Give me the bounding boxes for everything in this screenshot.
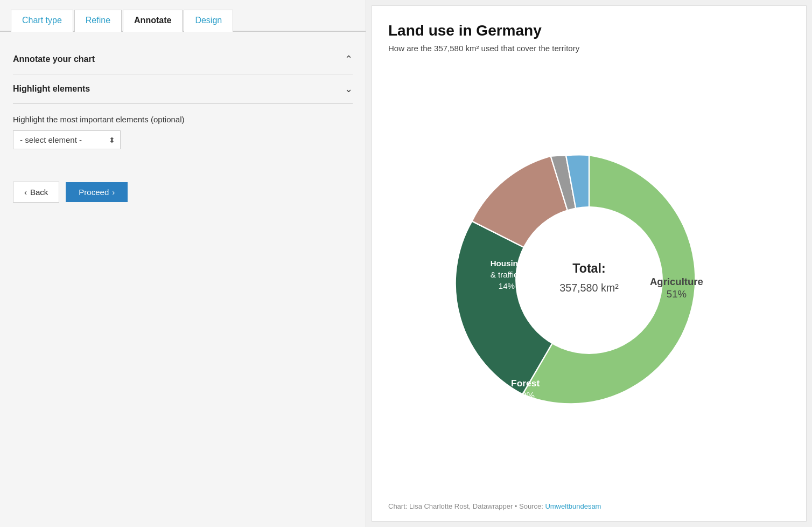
proceed-arrow-icon: › <box>112 188 115 197</box>
label-forest-pct: 30% <box>516 390 535 401</box>
chart-preview-panel: Land use in Germany How are the 357,580 … <box>372 5 807 522</box>
highlight-description: Highlight the most important elements (o… <box>13 115 353 124</box>
proceed-button[interactable]: Proceed › <box>66 182 128 202</box>
chart-title: Land use in Germany <box>388 22 790 39</box>
label-housing: Housing <box>491 259 523 268</box>
label-agriculture: Agriculture <box>650 276 703 287</box>
element-select-wrapper: - select element - Agriculture 51% Fores… <box>13 130 121 149</box>
tab-chart-type[interactable]: Chart type <box>11 10 73 32</box>
highlight-body: Highlight the most important elements (o… <box>13 104 353 149</box>
chart-footer-text: Chart: Lisa Charlotte Rost, Datawrapper … <box>388 502 545 510</box>
donut-hole <box>515 206 663 354</box>
chart-footer: Chart: Lisa Charlotte Rost, Datawrapper … <box>388 502 790 510</box>
back-arrow-icon: ‹ <box>24 188 27 197</box>
label-housing-2: & traffic <box>491 270 518 279</box>
proceed-button-label: Proceed <box>79 188 109 197</box>
center-value: 357,580 km² <box>559 282 619 294</box>
element-select[interactable]: - select element - Agriculture 51% Fores… <box>13 130 121 149</box>
center-label: Total: <box>572 261 605 275</box>
label-forest: Forest <box>511 378 540 389</box>
tabs-bar: Chart type Refine Annotate Design <box>0 0 366 32</box>
donut-chart: Total: 357,580 km² Agriculture 51% Fores… <box>433 124 745 436</box>
annotate-section-title: Annotate your chart <box>13 54 95 64</box>
annotate-chevron-icon: ⌃ <box>345 53 353 65</box>
chart-subtitle: How are the 357,580 km² used that cover … <box>388 44 790 53</box>
chart-footer-link[interactable]: Umweltbundesam <box>545 502 601 510</box>
chart-area: Total: 357,580 km² Agriculture 51% Fores… <box>388 64 790 497</box>
back-button[interactable]: ‹ Back <box>13 182 59 203</box>
highlight-chevron-icon: ⌄ <box>345 83 353 95</box>
tab-design[interactable]: Design <box>184 10 233 32</box>
button-row: ‹ Back Proceed › <box>13 182 353 203</box>
tab-annotate[interactable]: Annotate <box>123 10 183 32</box>
back-button-label: Back <box>30 188 48 197</box>
left-panel: Chart type Refine Annotate Design Annota… <box>0 0 366 527</box>
label-agriculture-pct: 51% <box>667 288 687 300</box>
label-housing-pct: 14% <box>499 281 515 290</box>
highlight-section: Highlight elements ⌄ Highlight the most … <box>13 74 353 149</box>
highlight-section-title: Highlight elements <box>13 84 90 94</box>
tab-refine[interactable]: Refine <box>74 10 122 32</box>
annotate-section-header[interactable]: Annotate your chart ⌃ <box>13 45 353 74</box>
panel-content: Annotate your chart ⌃ Highlight elements… <box>0 32 366 527</box>
highlight-section-header[interactable]: Highlight elements ⌄ <box>13 74 353 104</box>
